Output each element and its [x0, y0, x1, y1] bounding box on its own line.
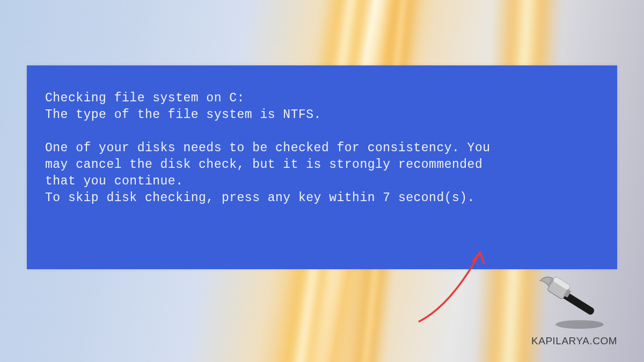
- console-line: One of your disks needs to be checked fo…: [45, 141, 491, 155]
- console-line: Checking file system on C:: [45, 91, 245, 105]
- watermark-text: KAPILARYA.COM: [531, 335, 617, 347]
- console-line: that you continue.: [45, 174, 183, 188]
- console-line: To skip disk checking, press any key wit…: [45, 191, 475, 205]
- console-line: The type of the file system is NTFS.: [45, 108, 321, 122]
- chkdsk-console: Checking file system on C: The type of t…: [27, 65, 617, 269]
- svg-point-0: [555, 320, 604, 329]
- hammer-icon: [531, 271, 612, 330]
- console-line: may cancel the disk check, but it is str…: [45, 158, 482, 172]
